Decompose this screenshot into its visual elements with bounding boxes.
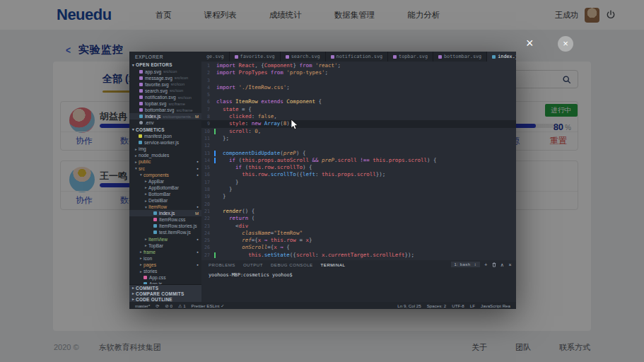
open-editor-item[interactable]: message.svgsrc/icon bbox=[129, 75, 201, 81]
kill-terminal-icon[interactable] bbox=[492, 262, 496, 267]
tree-item[interactable]: ▾ItemRow● bbox=[129, 204, 201, 210]
file-type-icon bbox=[139, 115, 143, 118]
tree-item[interactable]: ▾src● bbox=[129, 165, 201, 172]
tree-item[interactable]: manifest.json bbox=[129, 133, 201, 139]
tree-item[interactable]: ▸ItemView● bbox=[129, 236, 201, 243]
file-type-icon bbox=[139, 95, 143, 99]
code-line: 13 componentDidUpdate(preP) { bbox=[201, 150, 516, 157]
open-editor-item[interactable]: notification.svgsrc/icon bbox=[129, 94, 201, 100]
tree-item[interactable]: ▸img bbox=[129, 146, 201, 152]
tree-item[interactable]: ▸AppBar bbox=[129, 178, 201, 185]
file-type-icon bbox=[153, 218, 157, 221]
explorer-section-header[interactable]: ▸CODE OUTLINE bbox=[129, 296, 201, 302]
code-text: this.setState({scroll: x.currentTarget.s… bbox=[213, 252, 414, 259]
tree-item[interactable]: ItemRow.css bbox=[129, 216, 201, 223]
tree-item[interactable]: ▸stories bbox=[129, 268, 201, 274]
tree-item[interactable]: ▸DetailBar bbox=[129, 197, 201, 204]
modified-badge: M bbox=[195, 115, 199, 119]
tree-item[interactable]: ▸node_modules bbox=[129, 152, 201, 158]
status-item[interactable]: ⚠ 1 bbox=[178, 303, 186, 308]
tree-item[interactable]: ItemRow.stories.js bbox=[129, 223, 201, 229]
tree-item[interactable]: ▸icon bbox=[129, 255, 201, 262]
code-text: } bbox=[213, 179, 239, 186]
editor-tab[interactable]: bottombar.svg bbox=[433, 52, 487, 62]
new-terminal-icon[interactable]: + bbox=[484, 262, 488, 267]
code-line: 25 ref={x ⇒ this.row = x} bbox=[201, 237, 516, 244]
file-type-icon bbox=[139, 121, 143, 124]
token: ) { bbox=[296, 150, 306, 156]
open-editor-item[interactable]: favorite.svgsrc/icon bbox=[129, 81, 201, 88]
code-text bbox=[213, 77, 216, 84]
folder-name: AppBottomBar bbox=[148, 185, 179, 190]
maximize-panel-icon[interactable]: ∧ bbox=[500, 262, 505, 267]
status-item[interactable]: UTF-8 bbox=[452, 303, 464, 308]
open-editor-item[interactable]: index.jssrc/components…M bbox=[129, 113, 201, 119]
line-number: 17 bbox=[201, 179, 213, 186]
panel-tab[interactable]: TERMINAL bbox=[321, 262, 346, 267]
terminal-prompt[interactable]: yoohoos-MBP:cosmetics yoohoo$ bbox=[201, 269, 516, 278]
tab-name: ge.svg bbox=[206, 54, 224, 59]
tree-item[interactable]: ▸BottomBar bbox=[129, 191, 201, 197]
status-item[interactable]: JavaScript Rea bbox=[481, 303, 510, 308]
tree-item[interactable]: App.css bbox=[129, 274, 201, 281]
tree-item[interactable]: service-worker.js bbox=[129, 139, 201, 146]
token bbox=[216, 106, 223, 112]
token: setState bbox=[264, 252, 290, 258]
open-editor-item[interactable]: search.svgsrc/icon bbox=[129, 88, 201, 94]
editor-tab[interactable]: topbar.svg bbox=[388, 52, 433, 62]
editor-tab[interactable]: ge.svg bbox=[201, 52, 230, 62]
token: () { bbox=[242, 208, 254, 214]
token bbox=[216, 215, 229, 221]
editor-tab[interactable]: notification.svg bbox=[326, 52, 388, 62]
tree-item[interactable]: test.ItemRow.js bbox=[129, 229, 201, 235]
code-line: 12 bbox=[201, 142, 516, 149]
code-editor[interactable]: 1import React, {Component} from 'react';… bbox=[201, 62, 516, 302]
chevron-right-icon: ▸ bbox=[144, 192, 148, 196]
explorer-section-header[interactable]: ▸COMMITS bbox=[129, 285, 201, 291]
tree-item[interactable]: ▸frame● bbox=[129, 249, 201, 255]
token: ({ bbox=[290, 252, 296, 258]
token: Array bbox=[264, 120, 281, 127]
editor-tab[interactable]: favorite.svg bbox=[230, 52, 281, 62]
token: PropTypes bbox=[239, 69, 268, 76]
code-text: if (this.props.autoScroll && preP.scroll… bbox=[213, 157, 437, 164]
editor-tab-bar: ge.svgfavorite.svgsearch.svgnotification… bbox=[201, 52, 516, 62]
tree-item[interactable]: ▸TopBar bbox=[129, 243, 201, 249]
status-item[interactable]: Prettier ESLint ✓ bbox=[192, 303, 225, 308]
tab-name: index.js bbox=[498, 54, 516, 59]
explorer-section-header[interactable]: ▸COMPARE COMMITS bbox=[129, 291, 201, 296]
open-editor-item[interactable]: app.svgsrc/icon bbox=[129, 69, 201, 75]
status-item[interactable]: Spaces: 2 bbox=[427, 303, 447, 308]
explorer-section-header[interactable]: ▾OPEN EDITORS bbox=[129, 62, 201, 69]
token: className bbox=[242, 230, 271, 236]
tree-item[interactable]: ▸public● bbox=[129, 158, 201, 165]
status-item[interactable]: LF bbox=[470, 303, 475, 308]
tree-item[interactable]: ▾components● bbox=[129, 172, 201, 178]
tree-item[interactable]: ▸AppBottomBar bbox=[129, 185, 201, 191]
folder-name: BottomBar bbox=[148, 192, 170, 197]
open-editor-item[interactable]: .env bbox=[129, 119, 201, 126]
close-icon[interactable]: × bbox=[526, 36, 534, 50]
panel-tab[interactable]: PROBLEMS bbox=[209, 262, 235, 267]
close-panel-icon[interactable]: × bbox=[508, 262, 512, 267]
status-item[interactable]: ⟳ bbox=[156, 303, 159, 308]
explorer-section-header[interactable]: ▾COSMETICS bbox=[129, 126, 201, 133]
tree-item[interactable]: index.jsM bbox=[129, 210, 201, 216]
status-item[interactable]: ⊘ 0 bbox=[165, 303, 172, 308]
editor-tab[interactable]: index.js…ItemRow× bbox=[487, 52, 516, 62]
tree-item[interactable]: ▸pages● bbox=[129, 262, 201, 268]
open-editor-item[interactable]: bottombar.svgsrc/frame bbox=[129, 107, 201, 113]
section-label: COSMETICS bbox=[136, 127, 165, 132]
line-number: 26 bbox=[201, 244, 213, 251]
folder-name: frame bbox=[144, 250, 156, 255]
status-item[interactable]: master* bbox=[135, 303, 150, 308]
close-circle-icon[interactable]: × bbox=[558, 36, 573, 52]
token: this bbox=[248, 252, 261, 258]
shell-selector[interactable]: 1: bash ↕ bbox=[451, 262, 481, 267]
panel-tab[interactable]: OUTPUT bbox=[243, 262, 263, 267]
code-text: return ( bbox=[213, 215, 254, 222]
status-item[interactable]: Ln 9, Col 25 bbox=[397, 303, 421, 308]
open-editor-item[interactable]: topbar.svgsrc/frame bbox=[129, 100, 201, 107]
panel-tab[interactable]: DEBUG CONSOLE bbox=[271, 262, 313, 267]
editor-tab[interactable]: search.svg bbox=[281, 52, 326, 62]
